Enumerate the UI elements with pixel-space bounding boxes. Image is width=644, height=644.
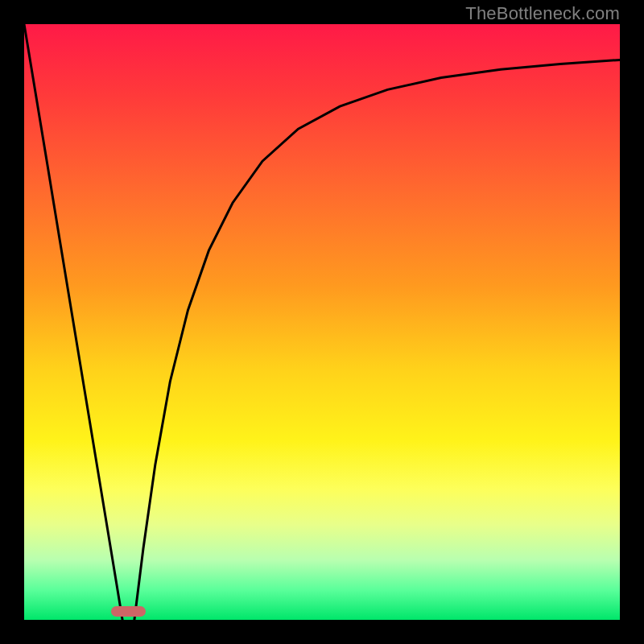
curve-left-branch <box>24 24 122 620</box>
curve-layer <box>24 24 620 620</box>
chart-frame: TheBottleneck.com <box>0 0 644 644</box>
curve-right-branch <box>134 60 620 620</box>
optimum-marker <box>111 606 146 617</box>
watermark-text: TheBottleneck.com <box>465 3 620 24</box>
